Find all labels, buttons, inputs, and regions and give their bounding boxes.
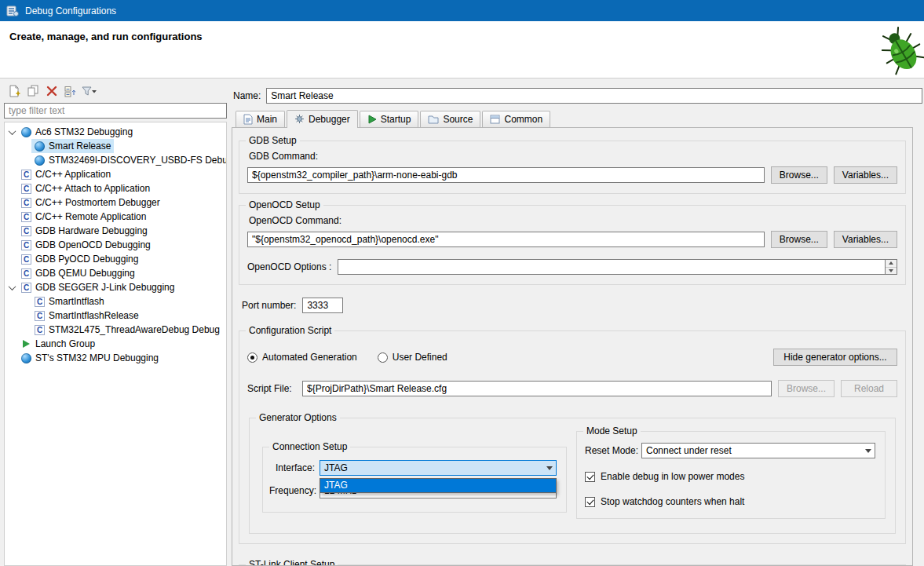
interface-select[interactable]: JTAG [320, 460, 557, 476]
bug-logo-icon [878, 24, 924, 79]
connection-setup-group: Connection Setup Interface: JTAG Frequen… [262, 447, 567, 513]
twistie-spacer [6, 181, 18, 195]
tree-item-ac6-stm32-debugging[interactable]: Ac6 STM32 Debugging [5, 125, 226, 139]
openocd-options-label: OpenOCD Options : [247, 261, 331, 272]
twistie-spacer [6, 238, 18, 252]
user-defined-radio[interactable]: User Defined [378, 352, 447, 363]
name-input[interactable] [266, 88, 922, 104]
automated-generation-radio[interactable]: Automated Generation [247, 352, 357, 363]
openocd-setup-group-label: OpenOCD Setup [246, 199, 323, 210]
openocd-command-input[interactable] [247, 232, 765, 247]
delete-configuration-button[interactable] [43, 83, 60, 99]
tree-item-stm32469i-discovery-usbd-fs-debug[interactable]: STM32469I-DISCOVERY_USBD-FS Debug [5, 153, 226, 167]
gdb-variables-button[interactable]: Variables... [834, 166, 897, 184]
spinner-up-icon[interactable] [886, 260, 897, 268]
tree-item-c-c-postmortem-debugger[interactable]: CC/C++ Postmortem Debugger [5, 195, 226, 210]
tab-startup[interactable]: Startup [360, 111, 419, 127]
reset-mode-value: Connect under reset [642, 444, 861, 458]
options-spinner[interactable] [885, 259, 897, 275]
tree-item-label: GDB QEMU Debugging [35, 268, 135, 279]
tab-main[interactable]: Main [236, 111, 285, 127]
tree-item-c-c-application[interactable]: CC/C++ Application [5, 167, 226, 181]
twistie-spacer [6, 337, 18, 351]
new-configuration-icon [8, 85, 20, 97]
watchdog-checkbox[interactable] [585, 497, 595, 507]
c-icon: C [35, 311, 45, 321]
collapse-all-button[interactable] [62, 83, 79, 99]
script-file-label: Script File: [247, 383, 296, 394]
tree-item-smartintflash[interactable]: CSmartIntflash [5, 294, 226, 309]
hide-generator-options-button[interactable]: Hide generator options... [773, 349, 897, 366]
ac6-icon [35, 141, 45, 152]
ac6-icon [21, 127, 31, 137]
c-icon: C [21, 226, 31, 236]
tree-item-stm32l475-threadawaredebug-debug[interactable]: CSTM32L475_ThreadAwareDebug Debug [5, 323, 226, 337]
gdb-command-input[interactable] [247, 167, 765, 183]
openocd-browse-button[interactable]: Browse... [771, 231, 827, 248]
openocd-variables-button[interactable]: Variables... [834, 231, 897, 248]
reset-mode-label: Reset Mode: [585, 445, 637, 456]
tree-item-c-c-attach-to-application[interactable]: CC/C++ Attach to Application [5, 181, 226, 195]
tab-source[interactable]: Source [420, 111, 480, 127]
radio-unselected-icon [378, 352, 388, 363]
main-tab-icon [243, 114, 253, 125]
tree-item-c-c-remote-application[interactable]: CC/C++ Remote Application [5, 210, 226, 224]
launch-icon [21, 340, 31, 348]
c-icon: C [21, 268, 31, 279]
tab-debugger[interactable]: Debugger [287, 110, 358, 128]
tree-item-gdb-segger-j-link-debugging[interactable]: CGDB SEGGER J-Link Debugging [5, 280, 226, 294]
script-file-input[interactable] [302, 381, 772, 396]
spinner-down-icon[interactable] [886, 268, 897, 275]
tab-label: Source [443, 114, 473, 125]
expand-chevron-icon[interactable] [6, 125, 18, 139]
dialog-header-title: Create, manage, and run configurations [9, 31, 203, 42]
gdb-command-label: GDB Command: [249, 151, 897, 162]
c-icon: C [35, 297, 45, 307]
tree-item-gdb-pyocd-debugging[interactable]: CGDB PyOCD Debugging [5, 252, 226, 266]
port-number-input[interactable] [302, 298, 343, 313]
tree-item-label: GDB Hardware Debugging [35, 225, 148, 236]
interface-option-jtag[interactable]: JTAG [320, 479, 556, 492]
twistie-spacer [6, 266, 18, 280]
c-icon: C [21, 240, 31, 250]
tab-label: Debugger [309, 114, 350, 125]
gdb-browse-button[interactable]: Browse... [771, 166, 827, 184]
chevron-down-icon [861, 444, 875, 458]
c-icon: C [35, 325, 45, 335]
tree-item-label: Ac6 STM32 Debugging [35, 126, 133, 137]
tree-item-smartintflashrelease[interactable]: CSmartIntflashRelease [5, 309, 226, 323]
tree-item-gdb-hardware-debugging[interactable]: CGDB Hardware Debugging [5, 224, 226, 238]
tree-item-gdb-qemu-debugging[interactable]: CGDB QEMU Debugging [5, 266, 226, 280]
duplicate-configuration-icon [27, 85, 39, 97]
c-icon: C [21, 198, 31, 208]
openocd-options-input[interactable] [338, 259, 885, 275]
twistie-spacer [6, 195, 18, 210]
tree-item-smart-release[interactable]: Smart Release [5, 139, 226, 153]
tab-common[interactable]: Common [482, 111, 550, 127]
config-tree: Ac6 STM32 DebuggingSmart ReleaseSTM32469… [4, 122, 227, 566]
debugger-tab-icon [294, 114, 305, 124]
interface-value: JTAG [320, 461, 542, 475]
tree-item-st-s-stm32-mpu-debugging[interactable]: ST's STM32 MPU Debugging [5, 351, 226, 365]
tree-item-gdb-openocd-debugging[interactable]: CGDB OpenOCD Debugging [5, 238, 226, 252]
generator-options-group-label: Generator Options [256, 412, 340, 423]
low-power-checkbox[interactable] [585, 472, 595, 482]
expand-chevron-icon[interactable] [6, 280, 18, 294]
filter-input[interactable] [4, 103, 227, 119]
debugger-tab-content: GDB Setup GDB Command: Browse... Variabl… [232, 127, 913, 566]
connection-setup-group-label: Connection Setup [269, 441, 350, 452]
tree-item-label: SmartIntflashRelease [49, 310, 139, 321]
reset-mode-select[interactable]: Connect under reset [641, 443, 875, 458]
twistie-spacer [6, 351, 18, 365]
tree-item-label: STM32L475_ThreadAwareDebug Debug [49, 324, 220, 335]
c-icon: C [21, 212, 31, 222]
twistie-spacer [20, 323, 31, 337]
tree-item-label: STM32469I-DISCOVERY_USBD-FS Debug [49, 155, 227, 166]
twistie-spacer [20, 309, 31, 323]
config-tabs: MainDebuggerStartupSourceCommon [232, 110, 913, 127]
new-configuration-button[interactable] [5, 83, 22, 99]
tree-item-label: C/C++ Attach to Application [35, 183, 150, 194]
tree-item-launch-group[interactable]: Launch Group [5, 337, 226, 351]
filter-menu-button[interactable] [81, 83, 97, 99]
duplicate-configuration-button[interactable] [24, 83, 41, 99]
